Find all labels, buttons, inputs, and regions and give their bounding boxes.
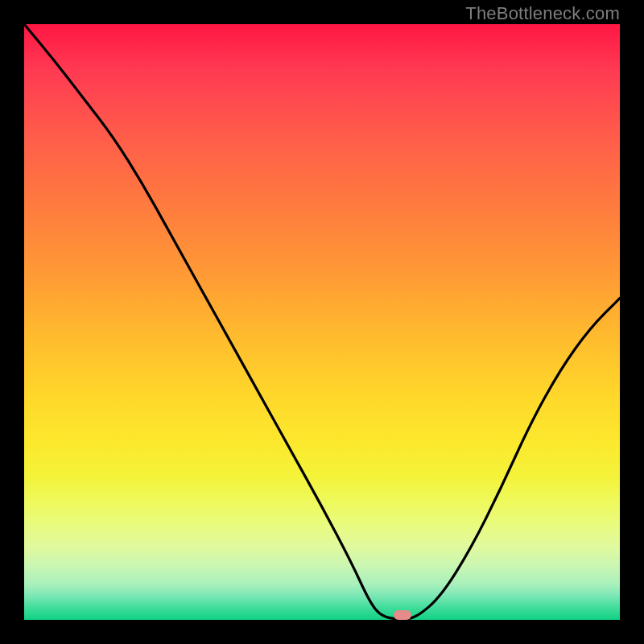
chart-frame: TheBottleneck.com (0, 0, 644, 644)
attribution-text: TheBottleneck.com (465, 3, 620, 24)
bottleneck-curve (24, 24, 620, 620)
optimum-marker (394, 610, 411, 620)
